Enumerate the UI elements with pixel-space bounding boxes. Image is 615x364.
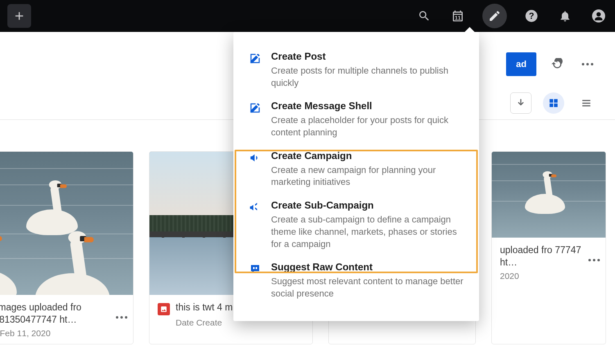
calendar-icon[interactable]: 11	[449, 7, 467, 25]
card-more-icon[interactable]	[588, 259, 600, 261]
asset-date: ated: Feb 11, 2020	[0, 328, 125, 338]
card-more-icon[interactable]	[116, 316, 127, 319]
svg-rect-10	[582, 105, 590, 106]
asset-card[interactable]: uploaded fro 77747 ht… 2020	[491, 151, 606, 344]
sort-down-button[interactable]	[510, 92, 531, 114]
help-icon[interactable]: ?	[522, 7, 540, 25]
menu-item-title: Create Sub-Campaign	[271, 200, 464, 211]
menu-item-desc: Create a sub-campaign to define a campai…	[271, 213, 464, 250]
menu-item-suggest-raw-content[interactable]: Suggest Raw Content Suggest most relevan…	[233, 256, 479, 305]
svg-rect-9	[582, 103, 590, 104]
asset-title: vt 4 images uploaded fro op1581350477747…	[0, 301, 125, 326]
refresh-icon[interactable]	[548, 55, 567, 74]
menu-item-title: Create Campaign	[271, 150, 464, 162]
svg-rect-5	[554, 99, 558, 103]
primary-action-button[interactable]: ad	[506, 52, 536, 76]
compose-dropdown: Create Post Create posts for multiple ch…	[233, 32, 479, 321]
svg-point-3	[597, 12, 601, 17]
asset-thumbnail	[492, 152, 606, 238]
list-view-button[interactable]	[576, 92, 597, 114]
menu-item-create-campaign[interactable]: Create Campaign Create a new campaign fo…	[233, 144, 479, 194]
menu-item-title: Suggest Raw Content	[271, 261, 464, 273]
edit-square-icon	[248, 52, 262, 65]
asset-thumbnail	[0, 152, 133, 295]
svg-rect-6	[549, 103, 553, 107]
ellipsis-icon	[582, 63, 593, 65]
menu-item-desc: Create a placeholder for your posts for …	[271, 114, 464, 138]
add-button[interactable]	[7, 4, 31, 28]
menu-item-create-message-shell[interactable]: Create Message Shell Create a placeholde…	[233, 94, 479, 144]
grid-view-button[interactable]	[543, 92, 564, 114]
quote-bubble-icon	[248, 262, 262, 276]
search-icon[interactable]	[415, 7, 433, 25]
notifications-icon[interactable]	[556, 7, 574, 25]
svg-rect-8	[582, 100, 590, 101]
account-icon[interactable]	[590, 7, 608, 25]
asset-title: uploaded fro 77747 ht…	[500, 244, 597, 269]
topbar-right: 11 ?	[415, 4, 608, 28]
megaphones-icon	[248, 200, 262, 214]
compose-icon[interactable]	[482, 4, 507, 28]
menu-item-desc: Create posts for multiple channels to pu…	[271, 65, 464, 89]
image-asset-icon	[158, 303, 170, 315]
menu-item-desc: Create a new campaign for planning your …	[271, 164, 464, 188]
svg-rect-4	[549, 99, 553, 103]
menu-item-title: Create Message Shell	[271, 100, 464, 112]
menu-item-create-post[interactable]: Create Post Create posts for multiple ch…	[233, 45, 479, 94]
calendar-day: 11	[455, 15, 461, 21]
menu-item-create-sub-campaign[interactable]: Create Sub-Campaign Create a sub-campaig…	[233, 194, 479, 256]
svg-rect-7	[554, 103, 558, 107]
asset-card[interactable]: vt 4 images uploaded fro op1581350477747…	[0, 151, 133, 344]
more-icon[interactable]	[578, 55, 597, 74]
view-bar	[510, 92, 597, 114]
menu-item-title: Create Post	[271, 51, 464, 62]
asset-date: 2020	[500, 271, 597, 281]
topbar: 11 ?	[0, 0, 615, 32]
action-bar: ad	[506, 52, 597, 76]
megaphone-icon	[248, 151, 262, 165]
edit-square-icon	[248, 101, 262, 115]
svg-text:?: ?	[529, 11, 534, 21]
menu-item-desc: Suggest most relevant content to manage …	[271, 275, 464, 299]
